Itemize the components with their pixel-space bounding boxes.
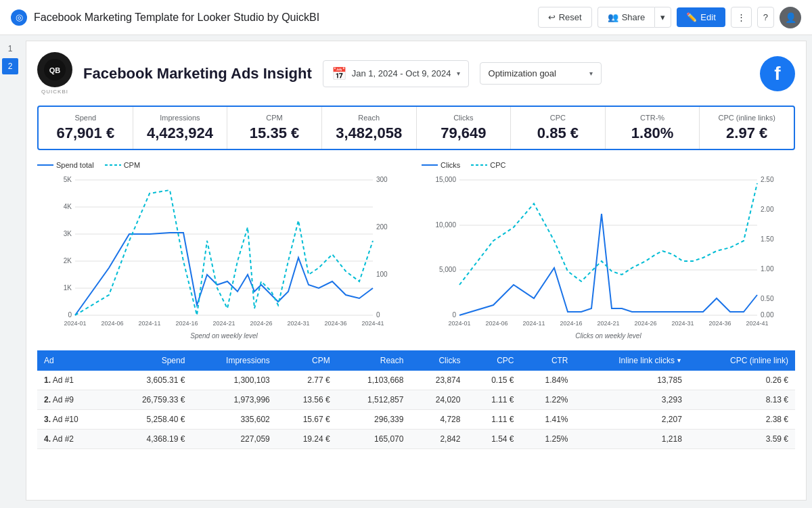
edit-button[interactable]: ✏️ Edit <box>677 7 725 27</box>
svg-text:2024-16: 2024-16 <box>175 320 198 327</box>
svg-text:0: 0 <box>376 311 380 319</box>
cell-cpm: 2.77 € <box>277 371 337 390</box>
svg-text:QB: QB <box>49 66 61 74</box>
col-spend: Spend <box>108 350 192 371</box>
svg-text:2024-26: 2024-26 <box>634 320 656 327</box>
spend-legend-label: Spend total <box>56 161 94 169</box>
cell-clicks: 2,842 <box>410 430 467 449</box>
reset-button[interactable]: ↩ Reset <box>538 7 592 28</box>
cell-ctr: 1.22% <box>521 390 575 410</box>
facebook-logo: f <box>760 56 795 91</box>
clicks-legend-item: Clicks <box>422 161 460 169</box>
col-clicks: Clicks <box>410 350 467 371</box>
cell-reach: 165,070 <box>337 430 411 449</box>
svg-text:200: 200 <box>376 223 388 231</box>
table-row: 3. Ad #10 5,258.40 € 335,602 15.67 € 296… <box>37 410 795 430</box>
svg-text:5,000: 5,000 <box>439 266 456 273</box>
svg-text:2024-26: 2024-26 <box>250 320 272 327</box>
kpi-impressions: Impressions 4,423,924 <box>133 107 228 149</box>
share-group: 👥 Share ▾ <box>597 7 672 28</box>
cell-cpc-inline: 3.59 € <box>689 430 795 449</box>
spend-legend-item: Spend total <box>37 161 94 169</box>
svg-text:2K: 2K <box>64 257 72 264</box>
cell-clicks: 4,728 <box>410 410 467 430</box>
kpi-spend-label: Spend <box>47 114 125 122</box>
calendar-icon: 📅 <box>332 66 346 81</box>
page-2[interactable]: 2 <box>2 58 18 74</box>
cell-cpc-inline: 2.38 € <box>689 410 795 430</box>
sort-icon: ▼ <box>676 357 682 364</box>
cell-impressions: 1,300,103 <box>191 371 276 390</box>
logo-label: QUICKBI <box>41 89 68 95</box>
svg-text:0.00: 0.00 <box>761 311 774 319</box>
kpi-clicks: Clicks 79,649 <box>417 107 512 149</box>
cell-clicks: 24,020 <box>410 390 467 410</box>
svg-text:2024-11: 2024-11 <box>522 320 545 327</box>
col-ad: Ad <box>37 350 108 371</box>
topbar-right: ↩ Reset 👥 Share ▾ ✏️ Edit ⋮ ? 👤 <box>538 7 801 28</box>
share-dropdown-button[interactable]: ▾ <box>654 7 671 28</box>
col-cpc: CPC <box>467 350 520 371</box>
svg-text:2024-31: 2024-31 <box>671 320 694 327</box>
svg-text:2024-36: 2024-36 <box>708 320 731 327</box>
help-icon: ? <box>763 12 768 22</box>
kpi-reach-label: Reach <box>330 114 408 122</box>
logo-svg: QB <box>43 57 67 82</box>
app-logo-icon: ◎ <box>11 9 27 26</box>
kpi-clicks-value: 79,649 <box>425 124 503 142</box>
kpi-cpc-inline: CPC (inline links) 2.97 € <box>700 107 794 149</box>
cpc-line-indicator <box>471 162 487 168</box>
optimization-goal-filter[interactable]: Optimization goal ▾ <box>480 62 602 85</box>
help-button[interactable]: ? <box>757 7 774 28</box>
cpm-legend-label: CPM <box>124 161 140 169</box>
col-inline-clicks[interactable]: Inline link clicks ▼ <box>575 350 689 371</box>
svg-text:1K: 1K <box>64 284 72 292</box>
kpi-cpc: CPC 0.85 € <box>511 107 606 149</box>
cell-reach: 296,339 <box>337 410 411 430</box>
svg-text:2024-41: 2024-41 <box>361 320 384 327</box>
svg-text:2024-21: 2024-21 <box>597 320 619 327</box>
svg-text:2024-01: 2024-01 <box>64 320 86 327</box>
svg-text:2024-01: 2024-01 <box>448 320 470 327</box>
cell-spend: 5,258.40 € <box>108 410 192 430</box>
more-options-button[interactable]: ⋮ <box>731 7 752 28</box>
avatar[interactable]: 👤 <box>780 7 801 28</box>
cell-ctr: 1.84% <box>521 371 575 390</box>
svg-text:1.50: 1.50 <box>761 235 774 243</box>
kpi-cpm-label: CPM <box>235 114 313 122</box>
kpi-reach-value: 3,482,058 <box>330 124 408 142</box>
kpi-cpc-inline-value: 2.97 € <box>708 124 786 142</box>
page-numbers-sidebar: 1 2 <box>0 35 20 506</box>
date-range-filter[interactable]: 📅 Jan 1, 2024 - Oct 9, 2024 ▾ <box>323 60 469 87</box>
kpi-reach: Reach 3,482,058 <box>322 107 417 149</box>
cpc-legend-item: CPC <box>471 161 505 169</box>
svg-text:2.50: 2.50 <box>761 176 774 183</box>
cpm-legend-item: CPM <box>105 161 140 169</box>
cell-impressions: 335,602 <box>191 410 276 430</box>
kpi-impressions-label: Impressions <box>141 114 219 122</box>
kpi-ctr-label: CTR-% <box>614 114 692 122</box>
topbar: ◎ Facebook Marketing Template for Looker… <box>0 0 812 35</box>
kpi-ctr: CTR-% 1.80% <box>606 107 700 149</box>
svg-text:0: 0 <box>68 311 72 319</box>
svg-text:2024-16: 2024-16 <box>560 320 582 327</box>
svg-text:2024-06: 2024-06 <box>485 320 508 327</box>
svg-text:2024-21: 2024-21 <box>212 320 235 327</box>
cell-cpc: 0.15 € <box>467 371 520 390</box>
more-icon: ⋮ <box>737 12 746 22</box>
cell-cpm: 13.56 € <box>277 390 337 410</box>
share-button[interactable]: 👥 Share <box>597 7 655 28</box>
cell-ad: 1. Ad #1 <box>37 371 108 390</box>
cell-reach: 1,512,857 <box>337 390 411 410</box>
goal-dropdown-arrow: ▾ <box>589 70 593 77</box>
page-1[interactable]: 1 <box>2 41 18 57</box>
cell-impressions: 1,973,996 <box>191 390 276 410</box>
kpi-cpm-value: 15.35 € <box>235 124 313 142</box>
cell-inline: 2,207 <box>575 410 689 430</box>
date-dropdown-arrow: ▾ <box>457 70 460 77</box>
svg-text:300: 300 <box>376 176 388 183</box>
cell-impressions: 227,059 <box>191 430 276 449</box>
kpi-row: Spend 67,901 € Impressions 4,423,924 CPM… <box>37 106 795 150</box>
col-impressions: Impressions <box>191 350 276 371</box>
cell-reach: 1,103,668 <box>337 371 411 390</box>
